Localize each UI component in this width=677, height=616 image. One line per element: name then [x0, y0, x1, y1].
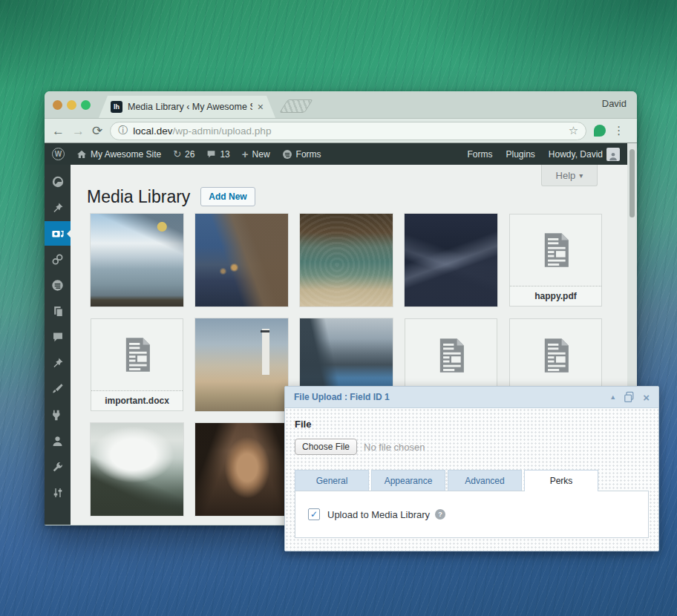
sidebar-item-plugins[interactable] [45, 407, 71, 422]
wp-admin-bar: W My Awesome Site ↻ 26 13 [45, 143, 627, 165]
back-icon[interactable]: ← [52, 125, 65, 137]
admin-bar-comments[interactable]: 13 [206, 149, 229, 160]
bookmark-star-icon[interactable]: ☆ [569, 124, 578, 137]
window-controls [53, 100, 91, 110]
browser-menu-icon[interactable]: ⋮ [613, 124, 624, 137]
document-filename: happy.pdf [510, 286, 601, 306]
sidebar-item-tools[interactable] [45, 459, 71, 474]
sidebar-item-forms[interactable] [45, 278, 71, 292]
url-bar[interactable]: ⓘ local.dev /wp-admin/upload.php ☆ [110, 122, 586, 140]
desktop-wallpaper: lh Media Library ‹ My Awesome S × David … [0, 0, 677, 616]
browser-tab[interactable]: lh Media Library ‹ My Awesome S × [99, 96, 275, 118]
sidebar-item-projects[interactable] [45, 355, 71, 370]
document-icon [405, 319, 497, 391]
field-settings-header[interactable]: File Upload : Field ID 1 ▲ × [285, 387, 658, 408]
tab-title: Media Library ‹ My Awesome S [128, 102, 252, 112]
scrollbar-thumb[interactable] [629, 149, 635, 217]
field-settings-dialog: File Upload : Field ID 1 ▲ × File Choose… [284, 386, 659, 551]
url-domain: local.dev [133, 125, 172, 137]
chevron-down-icon: ▾ [579, 171, 583, 180]
admin-bar-account[interactable]: Howdy, David [549, 148, 620, 161]
document-icon [510, 214, 601, 286]
tab-close-icon[interactable]: × [258, 102, 264, 112]
browser-profile-name[interactable]: David [602, 98, 627, 109]
gravity-forms-icon [282, 149, 292, 160]
document-icon [510, 319, 601, 391]
forward-icon: → [72, 125, 85, 137]
delete-field-icon[interactable]: × [643, 392, 650, 403]
site-favicon: lh [111, 101, 122, 113]
sidebar-item-comments[interactable] [45, 330, 71, 344]
tab-advanced[interactable]: Advanced [448, 470, 522, 491]
help-dropdown[interactable]: Help ▾ [541, 165, 598, 186]
reload-icon[interactable]: ⟳ [92, 125, 102, 137]
document-icon [91, 319, 183, 390]
window-zoom-button[interactable] [81, 100, 91, 110]
home-icon [76, 149, 87, 160]
field-label: File [295, 419, 649, 430]
media-item-portrait[interactable] [195, 423, 288, 516]
admin-bar-new[interactable]: + New [242, 148, 270, 160]
help-tooltip-icon[interactable]: ? [435, 509, 445, 520]
media-item-document[interactable]: important.docx [91, 318, 183, 411]
perks-tab-panel: ✓ Upload to Media Library ? [295, 491, 649, 538]
user-avatar [606, 148, 620, 161]
sidebar-item-media[interactable] [45, 221, 71, 246]
media-item-night-peaks[interactable] [405, 214, 497, 307]
tab-general[interactable]: General [295, 470, 369, 491]
add-new-button[interactable]: Add New [200, 187, 255, 206]
media-item-crocodile[interactable] [300, 214, 393, 307]
collapse-icon[interactable]: ▲ [609, 394, 616, 401]
updates-icon: ↻ [173, 149, 181, 159]
choose-file-button[interactable]: Choose File [295, 439, 357, 455]
extension-icon[interactable] [594, 125, 606, 137]
field-settings-body: File Choose File No file chosen General … [285, 408, 658, 551]
comments-icon [206, 149, 216, 159]
tab-perks[interactable]: Perks [524, 470, 598, 491]
browser-tab-bar: lh Media Library ‹ My Awesome S × David [45, 91, 637, 118]
sidebar-item-settings[interactable] [45, 485, 71, 500]
media-item-lighthouse[interactable] [195, 318, 288, 411]
field-settings-tabs: General Appearance Advanced Perks [295, 470, 649, 491]
document-filename: important.docx [91, 390, 183, 410]
wp-admin-sidebar [45, 165, 71, 525]
wordpress-logo-icon[interactable]: W [52, 148, 65, 160]
browser-toolbar: ← → ⟳ ⓘ local.dev /wp-admin/upload.php ☆… [45, 118, 637, 143]
upload-media-checkbox[interactable]: ✓ [308, 508, 320, 520]
media-item-balloon-valley[interactable] [91, 214, 183, 307]
plus-icon: + [242, 148, 249, 160]
admin-bar-site-name[interactable]: My Awesome Site [76, 149, 161, 160]
duplicate-icon[interactable] [624, 391, 635, 403]
admin-bar-plugins-link[interactable]: Plugins [506, 149, 535, 160]
tab-appearance[interactable]: Appearance [371, 470, 445, 491]
media-item-crashing-wave[interactable] [91, 423, 183, 516]
page-title: Media Library [87, 187, 190, 207]
sidebar-item-users[interactable] [45, 433, 71, 448]
admin-bar-forms[interactable]: Forms [282, 149, 321, 160]
admin-bar-updates[interactable]: ↻ 26 [173, 149, 194, 160]
new-tab-button[interactable] [279, 99, 313, 113]
url-path: /wp-admin/upload.php [173, 125, 272, 137]
sidebar-item-links[interactable] [45, 252, 71, 266]
media-item-stone-building[interactable] [195, 214, 288, 307]
page-info-icon[interactable]: ⓘ [118, 124, 128, 137]
sidebar-item-dashboard[interactable] [45, 174, 71, 189]
admin-bar-forms-link[interactable]: Forms [468, 149, 493, 160]
sidebar-item-posts[interactable] [45, 200, 71, 215]
media-item-document[interactable]: happy.pdf [509, 214, 602, 307]
checkbox-label: Upload to Media Library [327, 509, 430, 520]
window-minimize-button[interactable] [67, 100, 76, 110]
no-file-text: No file chosen [364, 442, 425, 453]
dialog-title: File Upload : Field ID 1 [294, 392, 390, 402]
sidebar-item-pages[interactable] [45, 304, 71, 318]
sidebar-item-appearance[interactable] [45, 381, 71, 396]
window-close-button[interactable] [53, 100, 62, 110]
